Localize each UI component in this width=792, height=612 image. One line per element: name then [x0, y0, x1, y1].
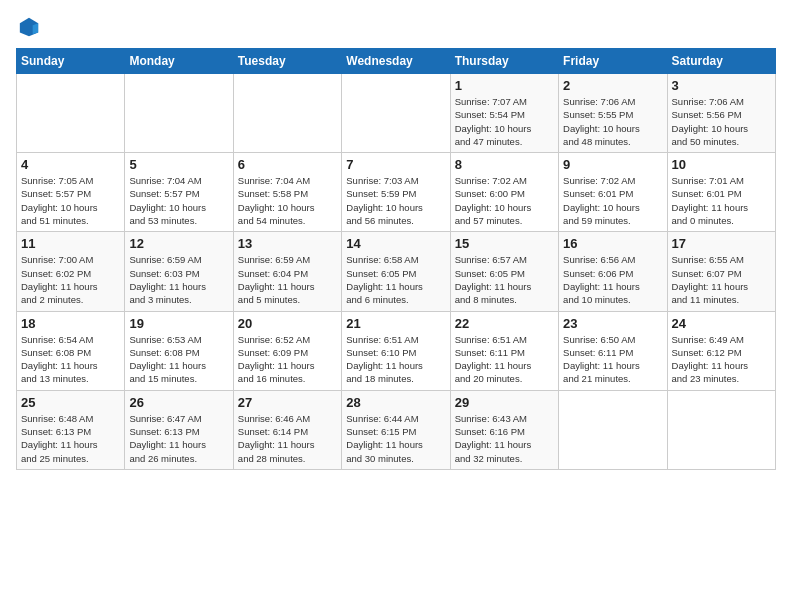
day-info: Sunrise: 6:51 AM Sunset: 6:11 PM Dayligh…: [455, 333, 554, 386]
day-info: Sunrise: 6:56 AM Sunset: 6:06 PM Dayligh…: [563, 253, 662, 306]
calendar-cell: 1Sunrise: 7:07 AM Sunset: 5:54 PM Daylig…: [450, 74, 558, 153]
calendar-cell: 22Sunrise: 6:51 AM Sunset: 6:11 PM Dayli…: [450, 311, 558, 390]
calendar-table: SundayMondayTuesdayWednesdayThursdayFrid…: [16, 48, 776, 470]
day-number: 4: [21, 157, 120, 172]
day-number: 3: [672, 78, 771, 93]
day-info: Sunrise: 7:02 AM Sunset: 6:00 PM Dayligh…: [455, 174, 554, 227]
calendar-cell: 29Sunrise: 6:43 AM Sunset: 6:16 PM Dayli…: [450, 390, 558, 469]
calendar-week-row: 1Sunrise: 7:07 AM Sunset: 5:54 PM Daylig…: [17, 74, 776, 153]
day-number: 14: [346, 236, 445, 251]
day-number: 5: [129, 157, 228, 172]
day-info: Sunrise: 6:53 AM Sunset: 6:08 PM Dayligh…: [129, 333, 228, 386]
calendar-week-row: 25Sunrise: 6:48 AM Sunset: 6:13 PM Dayli…: [17, 390, 776, 469]
day-number: 6: [238, 157, 337, 172]
calendar-cell: 21Sunrise: 6:51 AM Sunset: 6:10 PM Dayli…: [342, 311, 450, 390]
weekday-header: Wednesday: [342, 49, 450, 74]
calendar-cell: 4Sunrise: 7:05 AM Sunset: 5:57 PM Daylig…: [17, 153, 125, 232]
day-info: Sunrise: 6:59 AM Sunset: 6:04 PM Dayligh…: [238, 253, 337, 306]
day-number: 28: [346, 395, 445, 410]
day-number: 23: [563, 316, 662, 331]
day-number: 18: [21, 316, 120, 331]
day-info: Sunrise: 7:07 AM Sunset: 5:54 PM Dayligh…: [455, 95, 554, 148]
day-number: 8: [455, 157, 554, 172]
day-info: Sunrise: 6:52 AM Sunset: 6:09 PM Dayligh…: [238, 333, 337, 386]
day-number: 29: [455, 395, 554, 410]
page-container: SundayMondayTuesdayWednesdayThursdayFrid…: [0, 0, 792, 478]
logo-icon: [18, 16, 40, 38]
calendar-cell: 2Sunrise: 7:06 AM Sunset: 5:55 PM Daylig…: [559, 74, 667, 153]
calendar-cell: [342, 74, 450, 153]
calendar-cell: 8Sunrise: 7:02 AM Sunset: 6:00 PM Daylig…: [450, 153, 558, 232]
day-info: Sunrise: 7:04 AM Sunset: 5:57 PM Dayligh…: [129, 174, 228, 227]
weekday-header: Monday: [125, 49, 233, 74]
day-number: 20: [238, 316, 337, 331]
calendar-cell: [17, 74, 125, 153]
day-number: 17: [672, 236, 771, 251]
calendar-cell: 14Sunrise: 6:58 AM Sunset: 6:05 PM Dayli…: [342, 232, 450, 311]
day-info: Sunrise: 6:51 AM Sunset: 6:10 PM Dayligh…: [346, 333, 445, 386]
day-info: Sunrise: 6:49 AM Sunset: 6:12 PM Dayligh…: [672, 333, 771, 386]
day-number: 1: [455, 78, 554, 93]
calendar-cell: 3Sunrise: 7:06 AM Sunset: 5:56 PM Daylig…: [667, 74, 775, 153]
day-number: 25: [21, 395, 120, 410]
day-number: 7: [346, 157, 445, 172]
calendar-cell: 17Sunrise: 6:55 AM Sunset: 6:07 PM Dayli…: [667, 232, 775, 311]
day-info: Sunrise: 6:46 AM Sunset: 6:14 PM Dayligh…: [238, 412, 337, 465]
day-info: Sunrise: 7:03 AM Sunset: 5:59 PM Dayligh…: [346, 174, 445, 227]
calendar-cell: 12Sunrise: 6:59 AM Sunset: 6:03 PM Dayli…: [125, 232, 233, 311]
day-info: Sunrise: 6:47 AM Sunset: 6:13 PM Dayligh…: [129, 412, 228, 465]
header: [16, 16, 776, 38]
day-info: Sunrise: 7:00 AM Sunset: 6:02 PM Dayligh…: [21, 253, 120, 306]
calendar-cell: 11Sunrise: 7:00 AM Sunset: 6:02 PM Dayli…: [17, 232, 125, 311]
day-info: Sunrise: 6:59 AM Sunset: 6:03 PM Dayligh…: [129, 253, 228, 306]
calendar-cell: 16Sunrise: 6:56 AM Sunset: 6:06 PM Dayli…: [559, 232, 667, 311]
day-number: 13: [238, 236, 337, 251]
calendar-cell: 26Sunrise: 6:47 AM Sunset: 6:13 PM Dayli…: [125, 390, 233, 469]
weekday-header: Saturday: [667, 49, 775, 74]
calendar-cell: 20Sunrise: 6:52 AM Sunset: 6:09 PM Dayli…: [233, 311, 341, 390]
calendar-cell: 13Sunrise: 6:59 AM Sunset: 6:04 PM Dayli…: [233, 232, 341, 311]
weekday-header: Friday: [559, 49, 667, 74]
day-number: 2: [563, 78, 662, 93]
calendar-cell: 23Sunrise: 6:50 AM Sunset: 6:11 PM Dayli…: [559, 311, 667, 390]
day-number: 26: [129, 395, 228, 410]
day-number: 27: [238, 395, 337, 410]
calendar-cell: [667, 390, 775, 469]
day-info: Sunrise: 7:05 AM Sunset: 5:57 PM Dayligh…: [21, 174, 120, 227]
day-info: Sunrise: 6:58 AM Sunset: 6:05 PM Dayligh…: [346, 253, 445, 306]
calendar-cell: 10Sunrise: 7:01 AM Sunset: 6:01 PM Dayli…: [667, 153, 775, 232]
calendar-cell: 25Sunrise: 6:48 AM Sunset: 6:13 PM Dayli…: [17, 390, 125, 469]
day-info: Sunrise: 6:50 AM Sunset: 6:11 PM Dayligh…: [563, 333, 662, 386]
calendar-week-row: 4Sunrise: 7:05 AM Sunset: 5:57 PM Daylig…: [17, 153, 776, 232]
calendar-cell: 6Sunrise: 7:04 AM Sunset: 5:58 PM Daylig…: [233, 153, 341, 232]
day-info: Sunrise: 6:55 AM Sunset: 6:07 PM Dayligh…: [672, 253, 771, 306]
calendar-cell: 7Sunrise: 7:03 AM Sunset: 5:59 PM Daylig…: [342, 153, 450, 232]
day-number: 19: [129, 316, 228, 331]
weekday-header: Sunday: [17, 49, 125, 74]
calendar-cell: 28Sunrise: 6:44 AM Sunset: 6:15 PM Dayli…: [342, 390, 450, 469]
day-info: Sunrise: 7:02 AM Sunset: 6:01 PM Dayligh…: [563, 174, 662, 227]
day-number: 15: [455, 236, 554, 251]
day-info: Sunrise: 7:06 AM Sunset: 5:56 PM Dayligh…: [672, 95, 771, 148]
calendar-week-row: 18Sunrise: 6:54 AM Sunset: 6:08 PM Dayli…: [17, 311, 776, 390]
day-info: Sunrise: 7:04 AM Sunset: 5:58 PM Dayligh…: [238, 174, 337, 227]
header-row: SundayMondayTuesdayWednesdayThursdayFrid…: [17, 49, 776, 74]
day-number: 16: [563, 236, 662, 251]
day-number: 24: [672, 316, 771, 331]
calendar-cell: [559, 390, 667, 469]
day-info: Sunrise: 7:01 AM Sunset: 6:01 PM Dayligh…: [672, 174, 771, 227]
day-number: 10: [672, 157, 771, 172]
calendar-cell: 18Sunrise: 6:54 AM Sunset: 6:08 PM Dayli…: [17, 311, 125, 390]
day-number: 21: [346, 316, 445, 331]
day-number: 11: [21, 236, 120, 251]
day-info: Sunrise: 7:06 AM Sunset: 5:55 PM Dayligh…: [563, 95, 662, 148]
calendar-cell: [125, 74, 233, 153]
calendar-cell: 9Sunrise: 7:02 AM Sunset: 6:01 PM Daylig…: [559, 153, 667, 232]
day-number: 12: [129, 236, 228, 251]
calendar-cell: 5Sunrise: 7:04 AM Sunset: 5:57 PM Daylig…: [125, 153, 233, 232]
calendar-cell: 27Sunrise: 6:46 AM Sunset: 6:14 PM Dayli…: [233, 390, 341, 469]
calendar-cell: 19Sunrise: 6:53 AM Sunset: 6:08 PM Dayli…: [125, 311, 233, 390]
day-number: 22: [455, 316, 554, 331]
day-info: Sunrise: 6:44 AM Sunset: 6:15 PM Dayligh…: [346, 412, 445, 465]
weekday-header: Tuesday: [233, 49, 341, 74]
